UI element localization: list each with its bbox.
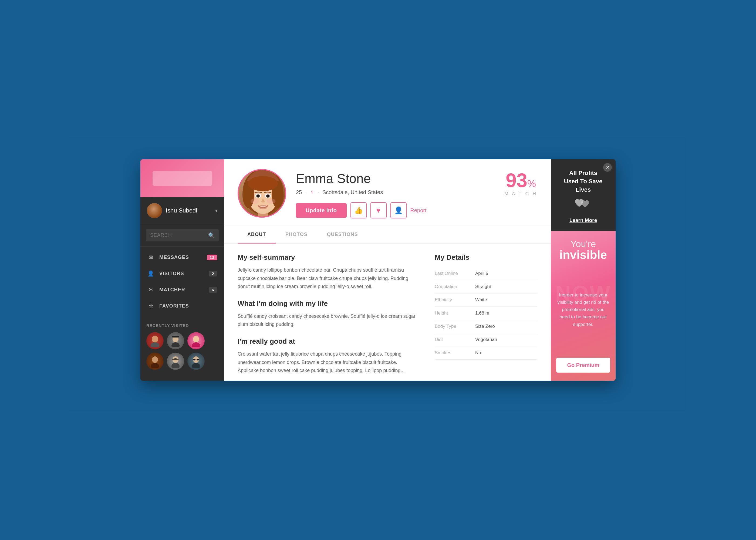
recent-avatar-5[interactable] bbox=[167, 352, 184, 370]
svg-point-28 bbox=[267, 195, 269, 197]
profile-info: Emma Stone 25 · ♀ · Scottsdale, United S… bbox=[296, 169, 495, 218]
detail-row-height: Height 1.68 m bbox=[435, 307, 537, 320]
profile-photo-wrap bbox=[238, 169, 286, 217]
match-label: M A T C H bbox=[504, 191, 537, 197]
right-panel: ✕ All Profits Used To Save Lives Learn M… bbox=[551, 159, 616, 381]
match-number: 93 bbox=[506, 170, 527, 191]
sidebar-header bbox=[140, 159, 224, 197]
sidebar-item-favorites[interactable]: ☆ FAVORITES bbox=[140, 298, 224, 314]
sidebar-item-visitors[interactable]: 👤 VISITORS 2 bbox=[140, 265, 224, 282]
profile-meta: 25 · ♀ · Scottsdale, United States bbox=[296, 189, 495, 196]
search-input[interactable] bbox=[146, 229, 219, 241]
sidebar-item-messages[interactable]: ✉ MESSAGES 12 bbox=[140, 249, 224, 265]
recent-avatar-1[interactable] bbox=[146, 332, 164, 349]
search-icon: 🔍 bbox=[208, 232, 215, 239]
detail-row-diet: Diet Vegetarian bbox=[435, 333, 537, 346]
report-button[interactable]: Report bbox=[410, 207, 427, 213]
detail-value-body-type: Size Zero bbox=[475, 324, 537, 329]
messages-icon: ✉ bbox=[147, 254, 155, 261]
promo-headline: You're invisible bbox=[560, 239, 607, 261]
chevron-down-icon[interactable]: ▾ bbox=[215, 207, 218, 213]
promo-description: Inorder to increase your visibility and … bbox=[556, 291, 610, 328]
tab-photos[interactable]: PHOTOS bbox=[276, 226, 317, 243]
visitors-badge: 2 bbox=[209, 271, 217, 276]
recently-visited-section: RECENTLY VISITED bbox=[140, 318, 224, 375]
svg-point-27 bbox=[257, 195, 259, 197]
svg-point-5 bbox=[193, 336, 199, 342]
update-info-button[interactable]: Update Info bbox=[296, 203, 347, 218]
heart-icon: ♥ bbox=[376, 206, 380, 215]
summary-title: My self-summary bbox=[238, 253, 419, 262]
details-title: My Details bbox=[435, 253, 537, 262]
svg-point-12 bbox=[192, 363, 200, 368]
sidebar-item-matcher[interactable]: ✂ MATCHER 6 bbox=[140, 282, 224, 298]
sidebar-user-section[interactable]: Ishu Subedi ▾ bbox=[140, 197, 224, 224]
svg-point-1 bbox=[151, 342, 159, 347]
profile-age: 25 bbox=[296, 189, 302, 196]
good-at-title: I'm really good at bbox=[238, 337, 419, 345]
profile-body: My self-summary Jelly-o candy lollipop b… bbox=[224, 243, 551, 381]
recent-avatar-6[interactable] bbox=[188, 352, 205, 370]
life-text: Soufflé candy croissant candy cheesecake… bbox=[238, 312, 419, 329]
close-button[interactable]: ✕ bbox=[603, 163, 612, 172]
summary-text: Jelly-o candy lollipop bonbon chocolate … bbox=[238, 266, 419, 291]
right-panel-title: All Profits Used To Save Lives bbox=[557, 169, 609, 194]
detail-value-orientation: Straight bbox=[475, 284, 537, 289]
detail-row-smokes: Smokes No bbox=[435, 346, 537, 360]
match-percent: % bbox=[527, 178, 536, 189]
favorites-icon: ☆ bbox=[147, 303, 155, 309]
like-button[interactable]: 👍 bbox=[350, 202, 367, 218]
life-title: What I'm doing with my life bbox=[238, 300, 419, 308]
sidebar-item-visitors-label: VISITORS bbox=[159, 271, 184, 276]
profile-header: Emma Stone 25 · ♀ · Scottsdale, United S… bbox=[224, 159, 551, 226]
profile-name: Emma Stone bbox=[296, 171, 495, 186]
main-content: Emma Stone 25 · ♀ · Scottsdale, United S… bbox=[224, 159, 551, 381]
sidebar-item-messages-label: MESSAGES bbox=[159, 255, 189, 260]
detail-value-height: 1.68 m bbox=[475, 311, 537, 316]
detail-label-body-type: Body Type bbox=[435, 324, 470, 329]
profile-tabs: ABOUT PHOTOS QUESTIONS bbox=[224, 226, 551, 243]
match-score: 93% bbox=[504, 171, 537, 190]
right-panel-hearts bbox=[557, 198, 609, 213]
promo-invisible-text: invisible bbox=[560, 248, 607, 261]
remove-user-icon: 👤 bbox=[394, 206, 403, 215]
profile-match: 93% M A T C H bbox=[504, 169, 537, 197]
svg-point-31 bbox=[267, 199, 275, 204]
detail-label-height: Height bbox=[435, 311, 470, 316]
sidebar-username: Ishu Subedi bbox=[166, 207, 211, 214]
profile-location: Scottsdale, United States bbox=[322, 189, 383, 196]
svg-point-14 bbox=[196, 359, 199, 360]
right-panel-promo: You're invisible Inorder to increase you… bbox=[551, 231, 616, 381]
matcher-icon: ✂ bbox=[147, 287, 155, 293]
profile-actions: Update Info 👍 ♥ 👤 Report bbox=[296, 202, 495, 218]
learn-more-link[interactable]: Learn More bbox=[557, 217, 609, 223]
recent-avatar-3[interactable] bbox=[188, 332, 205, 349]
recent-avatar-2[interactable] bbox=[167, 332, 184, 349]
detail-label-diet: Diet bbox=[435, 337, 470, 342]
detail-value-last-online: April 5 bbox=[475, 271, 537, 276]
detail-row-body-type: Body Type Size Zero bbox=[435, 320, 537, 333]
sidebar-user-avatar bbox=[147, 203, 162, 218]
svg-rect-4 bbox=[172, 336, 179, 338]
sidebar-item-favorites-label: FAVORITES bbox=[159, 303, 189, 309]
thumbs-up-icon: 👍 bbox=[354, 206, 363, 215]
detail-row-ethnicity: Ethnicity White bbox=[435, 294, 537, 307]
close-icon: ✕ bbox=[606, 165, 610, 170]
go-premium-button[interactable]: Go Premium bbox=[556, 358, 610, 373]
detail-row-orientation: Orientation Straight bbox=[435, 280, 537, 294]
visitors-icon: 👤 bbox=[147, 270, 155, 277]
detail-value-smokes: No bbox=[475, 350, 537, 355]
remove-button[interactable]: 👤 bbox=[390, 202, 407, 218]
tab-about[interactable]: ABOUT bbox=[238, 226, 276, 243]
detail-label-smokes: Smokes bbox=[435, 350, 470, 355]
svg-point-13 bbox=[193, 359, 195, 360]
svg-point-29 bbox=[259, 205, 267, 209]
tab-questions[interactable]: QUESTIONS bbox=[317, 226, 368, 243]
sidebar-logo bbox=[153, 171, 212, 186]
recently-visited-avatars bbox=[146, 332, 218, 370]
heart-button[interactable]: ♥ bbox=[370, 202, 387, 218]
sidebar: Ishu Subedi ▾ 🔍 ✉ MESSAGES 12 👤 VISITORS… bbox=[140, 159, 224, 381]
good-at-text: Croissant wafer tart jelly liquorice chu… bbox=[238, 350, 419, 375]
svg-point-8 bbox=[151, 363, 159, 368]
recent-avatar-4[interactable] bbox=[146, 352, 164, 370]
